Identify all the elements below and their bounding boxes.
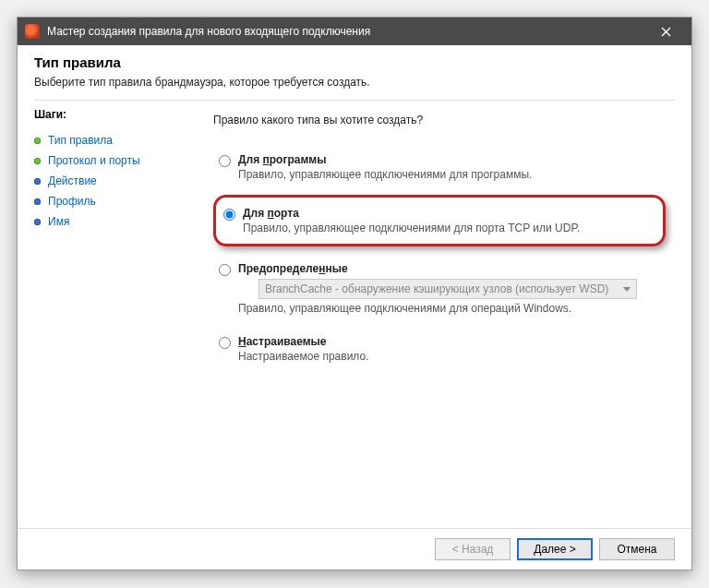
wizard-header: Тип правила Выберите тип правила брандма… [18, 45, 691, 96]
option-title-predefined[interactable]: Предопределенные [238, 262, 664, 275]
option-port: Для портаПравило, управляющее подключени… [213, 195, 666, 246]
option-desc-program: Правило, управляющее подключениями для п… [238, 168, 664, 181]
step-3[interactable]: Профиль [34, 191, 200, 211]
step-2[interactable]: Действие [34, 171, 200, 191]
wizard-body: Шаги: Тип правилаПротокол и портыДействи… [18, 101, 691, 528]
wizard-window: Мастер создания правила для нового входя… [17, 17, 692, 570]
option-title-program[interactable]: Для программы [238, 153, 664, 166]
steps-panel: Шаги: Тип правилаПротокол и портыДействи… [34, 106, 200, 528]
step-bullet-icon [34, 158, 41, 164]
option-title-port[interactable]: Для порта [243, 207, 654, 220]
wizard-footer: < Назад Далее > Отмена [18, 528, 691, 570]
close-button[interactable] [647, 18, 684, 45]
option-desc-port: Правило, управляющее подключениями для п… [243, 222, 654, 234]
option-program: Для программыПравило, управляющее подклю… [213, 147, 669, 186]
content-panel: Правило какого типа вы хотите создать? Д… [200, 106, 675, 528]
step-bullet-icon [34, 138, 41, 144]
predefined-combo: BranchCache - обнаружение кэширующих узл… [258, 279, 637, 299]
page-title: Тип правила [34, 54, 675, 70]
cancel-button[interactable]: Отмена [599, 538, 675, 560]
radio-port[interactable] [223, 209, 235, 221]
next-button[interactable]: Далее > [517, 538, 593, 560]
option-desc-predefined: Правило, управляющее подключениями для о… [238, 302, 664, 315]
option-desc-custom: Настраиваемое правило. [238, 350, 664, 363]
step-label: Тип правила [48, 134, 113, 147]
steps-heading: Шаги: [34, 108, 200, 121]
page-subtitle: Выберите тип правила брандмауэра, которо… [34, 76, 675, 89]
prompt-text: Правило какого типа вы хотите создать? [213, 114, 669, 126]
option-predefined: ПредопределенныеBranchCache - обнаружени… [213, 256, 669, 319]
step-0[interactable]: Тип правила [34, 130, 200, 150]
option-custom: НастраиваемыеНастраиваемое правило. [213, 329, 669, 367]
step-label: Действие [48, 174, 97, 187]
step-label: Профиль [48, 195, 96, 208]
window-title: Мастер создания правила для нового входя… [47, 25, 647, 38]
step-1[interactable]: Протокол и порты [34, 150, 200, 171]
option-title-custom[interactable]: Настраиваемые [238, 335, 664, 348]
radio-program[interactable] [219, 155, 231, 167]
titlebar: Мастер создания правила для нового входя… [18, 18, 691, 45]
back-button: < Назад [435, 538, 511, 560]
step-label: Протокол и порты [48, 154, 140, 167]
radio-predefined[interactable] [219, 264, 231, 276]
step-bullet-icon [34, 178, 41, 185]
step-bullet-icon [34, 198, 41, 205]
firewall-icon [25, 24, 40, 39]
step-4[interactable]: Имя [34, 211, 200, 232]
step-label: Имя [48, 215, 69, 228]
step-bullet-icon [34, 219, 41, 225]
radio-custom[interactable] [219, 337, 231, 349]
